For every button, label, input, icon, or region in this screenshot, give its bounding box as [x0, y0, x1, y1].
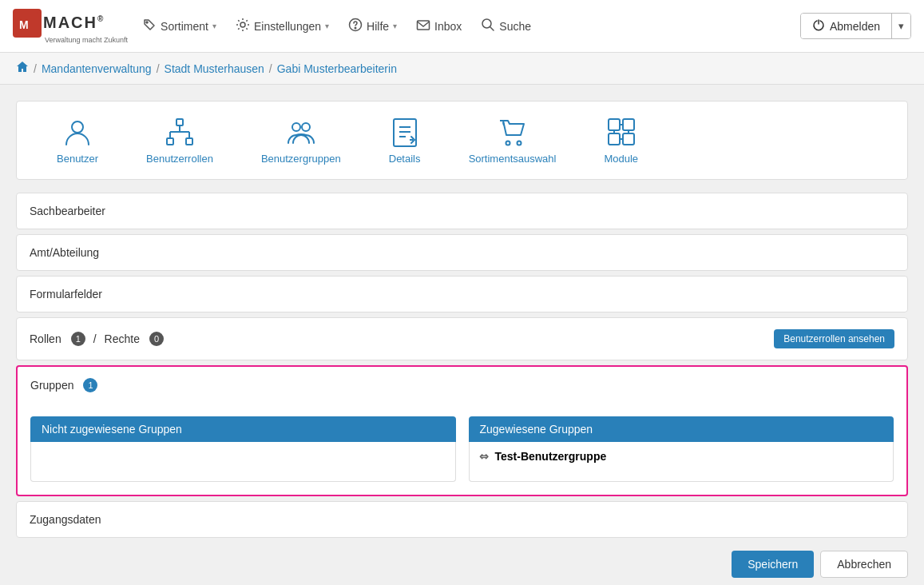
svg-point-2	[146, 22, 148, 23]
tab-benutzergruppen-label: Benutzergruppen	[261, 153, 341, 165]
svg-point-20	[517, 141, 521, 145]
svg-point-3	[240, 22, 245, 27]
speichern-button[interactable]: Speichern	[732, 551, 814, 578]
abbrechen-button[interactable]: Abbrechen	[820, 551, 908, 578]
tab-benutzergruppen[interactable]: Benutzergruppen	[237, 109, 365, 171]
tab-benutzer[interactable]: Benutzer	[33, 109, 122, 171]
tab-benutzerrollen-label: Benutzerrollen	[146, 153, 213, 165]
home-icon[interactable]	[16, 61, 29, 76]
nav-inbox[interactable]: Inbox	[408, 13, 470, 39]
accordion-gruppen: Gruppen 1 Nicht zugewiesene Gruppen Zuge…	[16, 365, 908, 496]
navbar: M MACH® Verwaltung macht Zukunft Sortime…	[0, 0, 924, 53]
gear-icon	[236, 18, 250, 34]
tab-details[interactable]: Details	[365, 109, 445, 171]
svg-point-19	[506, 141, 510, 145]
search-icon	[481, 18, 495, 34]
mail-icon	[416, 18, 430, 34]
nav-sortiment[interactable]: Sortiment ▾	[134, 13, 224, 40]
accordion-sachbearbeiter: Sachbearbeiter	[16, 193, 908, 229]
breadcrumb-gabi-musterbearbeiterin[interactable]: Gabi Musterbearbeiterin	[277, 62, 397, 75]
gruppen-badge: 1	[83, 378, 97, 392]
abmelden-wrapper: Abmelden ▾	[800, 13, 911, 39]
nav-suche[interactable]: Suche	[473, 13, 539, 39]
einstellungen-arrow: ▾	[325, 22, 329, 30]
tab-benutzerrollen[interactable]: Benutzerrollen	[122, 109, 237, 171]
breadcrumb-sep-1: /	[34, 62, 37, 75]
question-icon	[348, 18, 363, 34]
rechte-badge: 0	[149, 332, 164, 346]
breadcrumb: / Mandantenverwaltung / Stadt Musterhaus…	[0, 53, 924, 85]
abmelden-button[interactable]: Abmelden	[801, 14, 891, 38]
logo-subtitle: Verwaltung macht Zukunft	[45, 36, 128, 44]
rollen-badge: 1	[71, 332, 85, 346]
move-arrows-icon: ⇔	[479, 450, 489, 463]
inbox-label: Inbox	[434, 20, 462, 33]
accordion-zugangsdaten-header[interactable]: Zugangsdaten	[17, 502, 907, 537]
abmelden-label: Abmelden	[830, 20, 880, 33]
accordion-rollen-rechte-header[interactable]: Rollen 1 / Rechte 0 Benutzerrollen anseh…	[17, 318, 907, 360]
accordion-amt-abteilung-header[interactable]: Amt/Abteilung	[17, 235, 907, 270]
tab-sortimentsauswahl[interactable]: Sortimentsauswahl	[445, 109, 581, 171]
gruppen-not-assigned-body	[30, 442, 456, 482]
rechte-separator: /	[93, 332, 97, 345]
einstellungen-label: Einstellungen	[254, 20, 321, 33]
tab-icons-row: Benutzer Benutzerrollen	[16, 101, 908, 180]
gruppen-item-label: Test-Benutzergruppe	[495, 450, 607, 463]
svg-point-8	[72, 121, 83, 133]
svg-point-5	[355, 27, 356, 29]
rechte-label: Rechte	[105, 332, 140, 345]
breadcrumb-sep-2: /	[157, 62, 160, 75]
logo-text: MACH®	[43, 14, 105, 32]
logo: M MACH® Verwaltung macht Zukunft	[13, 9, 128, 44]
accordion-formularfelder-header[interactable]: Formularfelder	[17, 277, 907, 312]
hilfe-arrow: ▾	[393, 22, 397, 30]
tab-benutzer-label: Benutzer	[57, 153, 98, 165]
tag-icon	[142, 18, 157, 35]
svg-rect-6	[418, 21, 430, 30]
zugangsdaten-label: Zugangsdaten	[30, 513, 101, 526]
svg-point-7	[482, 19, 491, 28]
accordion-zugangsdaten: Zugangsdaten	[16, 501, 908, 538]
gruppen-not-assigned-col: Nicht zugewiesene Gruppen	[30, 416, 456, 482]
tab-sortimentsauswahl-label: Sortimentsauswahl	[469, 153, 557, 165]
accordion-formularfelder: Formularfelder	[16, 276, 908, 312]
nav-einstellungen[interactable]: Einstellungen ▾	[228, 13, 337, 39]
logo-icon: M	[13, 9, 42, 38]
gruppen-content: Nicht zugewiesene Gruppen Zugewiesene Gr…	[18, 404, 906, 495]
nav-hilfe[interactable]: Hilfe ▾	[340, 13, 405, 39]
gruppen-assigned-header: Zugewiesene Gruppen	[469, 416, 894, 442]
svg-text:M: M	[19, 18, 29, 31]
main-content: Benutzer Benutzerrollen	[0, 85, 924, 585]
accordion-rollen-rechte: Rollen 1 / Rechte 0 Benutzerrollen anseh…	[16, 317, 908, 360]
svg-point-17	[302, 123, 310, 131]
suche-label: Suche	[499, 20, 531, 33]
gruppen-label: Gruppen	[30, 379, 73, 392]
sachbearbeiter-label: Sachbearbeiter	[30, 205, 105, 217]
svg-rect-21	[609, 119, 620, 130]
tab-module[interactable]: Module	[580, 109, 662, 171]
breadcrumb-stadt-musterhausen[interactable]: Stadt Musterhausen	[165, 62, 264, 75]
svg-rect-22	[623, 119, 634, 130]
breadcrumb-sep-3: /	[269, 62, 272, 75]
tab-details-label: Details	[389, 153, 421, 165]
footer-buttons: Speichern Abbrechen	[16, 551, 908, 578]
sortiment-arrow: ▾	[212, 22, 216, 30]
formularfelder-label: Formularfelder	[30, 288, 102, 300]
svg-rect-23	[609, 133, 620, 145]
svg-rect-24	[623, 133, 634, 145]
gruppen-not-assigned-header: Nicht zugewiesene Gruppen	[30, 416, 456, 442]
accordion-amt-abteilung: Amt/Abteilung	[16, 234, 908, 271]
accordion-gruppen-header[interactable]: Gruppen 1	[18, 367, 906, 404]
power-icon	[812, 18, 825, 34]
svg-rect-10	[167, 138, 173, 145]
benutzerrollen-ansehen-button[interactable]: Benutzerrollen ansehen	[774, 329, 894, 348]
accordion-sachbearbeiter-header[interactable]: Sachbearbeiter	[17, 193, 907, 229]
sortiment-label: Sortiment	[161, 20, 208, 33]
svg-rect-9	[176, 119, 183, 125]
gruppen-assigned-item[interactable]: ⇔ Test-Benutzergruppe	[470, 442, 894, 471]
svg-rect-11	[186, 138, 192, 145]
breadcrumb-mandantenverwaltung[interactable]: Mandantenverwaltung	[42, 62, 152, 75]
tab-module-label: Module	[604, 153, 638, 165]
abmelden-caret-button[interactable]: ▾	[891, 14, 910, 38]
nav-items: Sortiment ▾ Einstellungen ▾ Hilfe	[134, 13, 794, 40]
